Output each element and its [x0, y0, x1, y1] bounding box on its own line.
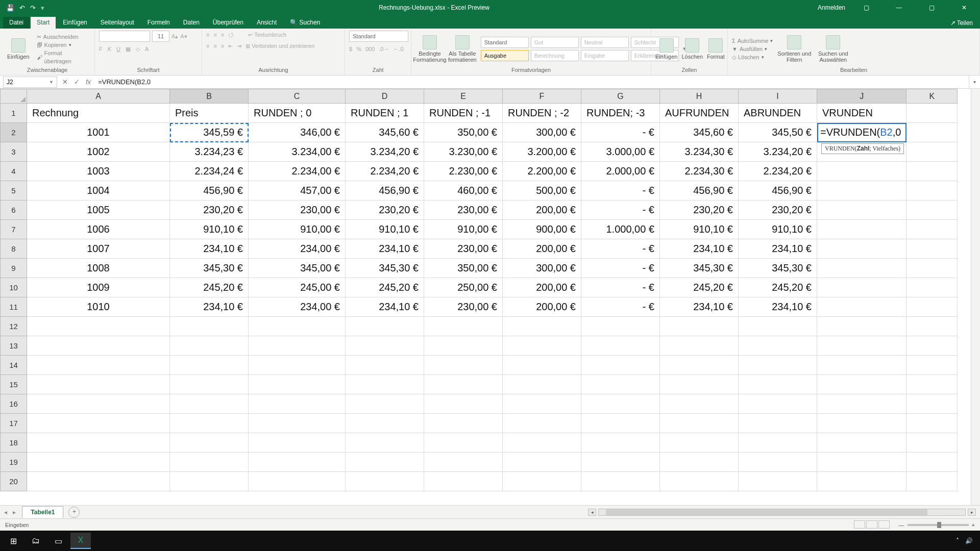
cell[interactable]: [581, 317, 660, 336]
cell[interactable]: 2.234,20 €: [346, 162, 424, 181]
cell[interactable]: [346, 414, 424, 433]
cell[interactable]: [503, 453, 581, 472]
cell[interactable]: [424, 336, 503, 356]
cell[interactable]: 345,00 €: [249, 259, 346, 278]
tray-chevron-icon[interactable]: ˄: [956, 537, 959, 544]
vertical-scrollbar[interactable]: [971, 89, 980, 505]
cell[interactable]: 230,20 €: [660, 201, 739, 220]
cell[interactable]: 300,00 €: [503, 259, 581, 278]
signin-link[interactable]: Anmelden: [818, 4, 845, 11]
currency-icon[interactable]: $: [349, 45, 352, 53]
cell[interactable]: 234,10 €: [739, 239, 817, 259]
format-cells-button[interactable]: Format: [707, 38, 725, 60]
select-all-corner[interactable]: [1, 89, 27, 104]
align-left-icon[interactable]: ≡: [206, 42, 209, 50]
italic-button[interactable]: K: [108, 45, 111, 53]
align-bottom-icon[interactable]: ≡: [221, 31, 224, 39]
cell[interactable]: [249, 356, 346, 375]
cell[interactable]: [581, 356, 660, 375]
indent-inc-icon[interactable]: ⇥: [237, 42, 241, 50]
cell[interactable]: [817, 433, 906, 453]
cell[interactable]: 345,60 €: [346, 123, 424, 142]
cell[interactable]: 910,10 €: [346, 220, 424, 239]
align-right-icon[interactable]: ≡: [221, 42, 224, 50]
merge-center-button[interactable]: ⊞ Verbinden und zentrieren: [246, 42, 314, 50]
cell[interactable]: 234,10 €: [346, 297, 424, 317]
taskbar-excel-icon[interactable]: X: [70, 533, 91, 549]
cell[interactable]: [817, 239, 906, 259]
cell[interactable]: AUFRUNDEN: [660, 104, 739, 123]
wrap-text-button[interactable]: ↩ Textumbruch: [248, 31, 286, 39]
cell[interactable]: [660, 414, 739, 433]
cell[interactable]: 300,00 €: [503, 123, 581, 142]
formula-input[interactable]: [96, 77, 969, 88]
expand-formula-bar-icon[interactable]: ▾: [969, 76, 980, 89]
zoom-slider[interactable]: — +: [899, 522, 975, 528]
col-header[interactable]: B: [170, 89, 249, 104]
cell[interactable]: [249, 414, 346, 433]
cell[interactable]: [249, 394, 346, 414]
decrease-font-icon[interactable]: A▾: [180, 33, 187, 40]
style-neutral[interactable]: Neutral: [581, 37, 629, 48]
cell[interactable]: [817, 453, 906, 472]
col-header[interactable]: E: [424, 89, 503, 104]
cell[interactable]: [424, 472, 503, 491]
orientation-icon[interactable]: ⭯: [228, 31, 234, 39]
cell[interactable]: 230,20 €: [346, 201, 424, 220]
cell[interactable]: [906, 453, 958, 472]
row-header[interactable]: 5: [1, 181, 27, 201]
cell[interactable]: [817, 414, 906, 433]
save-icon[interactable]: 💾: [6, 4, 14, 12]
clear-button[interactable]: ◇ Löschen: [732, 53, 773, 61]
cell[interactable]: [346, 375, 424, 394]
cell[interactable]: 910,10 €: [739, 220, 817, 239]
cell[interactable]: [249, 336, 346, 356]
tab-search[interactable]: 🔍 Suchen: [284, 17, 326, 29]
cell[interactable]: 3.234,23 €: [170, 142, 249, 162]
cell[interactable]: [660, 433, 739, 453]
cell[interactable]: [581, 336, 660, 356]
cancel-entry-icon[interactable]: ✕: [62, 78, 68, 86]
cell[interactable]: 345,30 €: [170, 259, 249, 278]
cell[interactable]: 230,00 €: [424, 297, 503, 317]
taskbar-explorer-icon[interactable]: 🗂: [26, 533, 46, 549]
cell[interactable]: 3.230,00 €: [424, 142, 503, 162]
col-header[interactable]: J: [817, 89, 906, 104]
cell[interactable]: [739, 433, 817, 453]
cell[interactable]: ABRUNDEN: [739, 104, 817, 123]
row-header[interactable]: 11: [1, 297, 27, 317]
tab-formulas[interactable]: Formeln: [141, 17, 176, 29]
number-format-select[interactable]: Standard: [349, 31, 408, 42]
cell[interactable]: [346, 317, 424, 336]
row-header[interactable]: 2: [1, 123, 27, 142]
cell[interactable]: [660, 453, 739, 472]
cell[interactable]: 2.234,30 €: [660, 162, 739, 181]
cell[interactable]: 1009: [27, 278, 170, 297]
cell[interactable]: [503, 433, 581, 453]
cell[interactable]: 200,00 €: [503, 297, 581, 317]
bold-button[interactable]: F: [99, 45, 103, 53]
cell[interactable]: [424, 414, 503, 433]
col-header[interactable]: K: [906, 89, 958, 104]
row-header[interactable]: 10: [1, 278, 27, 297]
row-header[interactable]: 13: [1, 336, 27, 356]
cell[interactable]: [581, 453, 660, 472]
style-eingabe[interactable]: Eingabe: [581, 50, 629, 61]
cell[interactable]: [906, 181, 958, 201]
cell[interactable]: [424, 394, 503, 414]
cell[interactable]: 230,20 €: [170, 201, 249, 220]
tab-review[interactable]: Überprüfen: [207, 17, 250, 29]
align-top-icon[interactable]: ≡: [206, 31, 209, 39]
cell[interactable]: 245,20 €: [660, 278, 739, 297]
cell[interactable]: 910,10 €: [170, 220, 249, 239]
cell[interactable]: RUNDEN ; 0: [249, 104, 346, 123]
cell[interactable]: 1005: [27, 201, 170, 220]
cell[interactable]: [424, 356, 503, 375]
cell[interactable]: 350,00 €: [424, 123, 503, 142]
cell[interactable]: 234,10 €: [170, 297, 249, 317]
cell[interactable]: [346, 453, 424, 472]
tab-data[interactable]: Daten: [177, 17, 206, 29]
cell[interactable]: [27, 356, 170, 375]
col-header[interactable]: I: [739, 89, 817, 104]
worksheet-grid[interactable]: ABCDEFGHIJK1RechnungPreisRUNDEN ; 0RUNDE…: [0, 89, 980, 518]
